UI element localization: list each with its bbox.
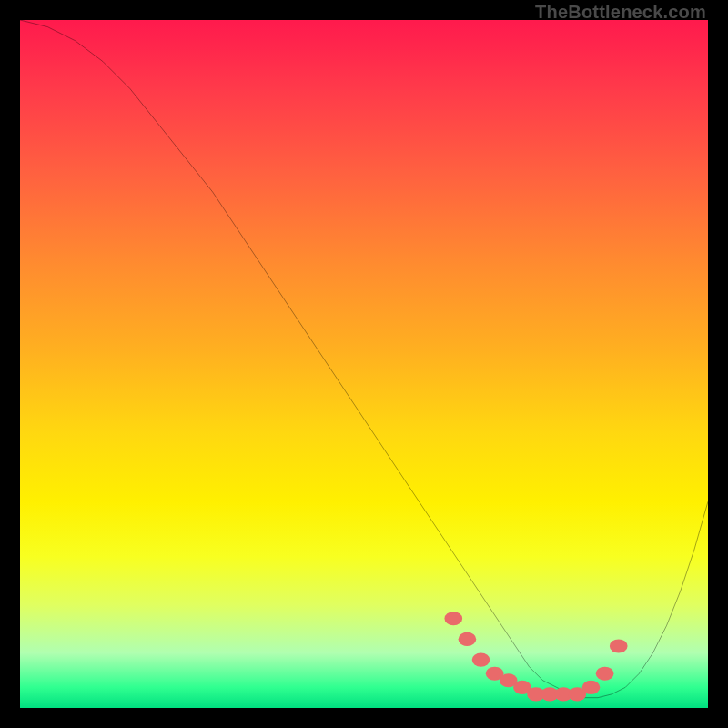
marker-dot: [472, 653, 490, 667]
marker-dot: [596, 667, 614, 681]
plot-area: [20, 20, 708, 708]
bottleneck-curve: [20, 20, 708, 698]
watermark-text: TheBottleneck.com: [535, 2, 706, 23]
optimal-markers: [444, 612, 627, 701]
marker-dot: [582, 681, 601, 694]
curve-layer: [20, 20, 708, 708]
marker-dot: [459, 632, 477, 646]
marker-dot: [444, 612, 462, 625]
marker-dot: [610, 639, 628, 652]
chart-frame: TheBottleneck.com: [0, 0, 728, 728]
